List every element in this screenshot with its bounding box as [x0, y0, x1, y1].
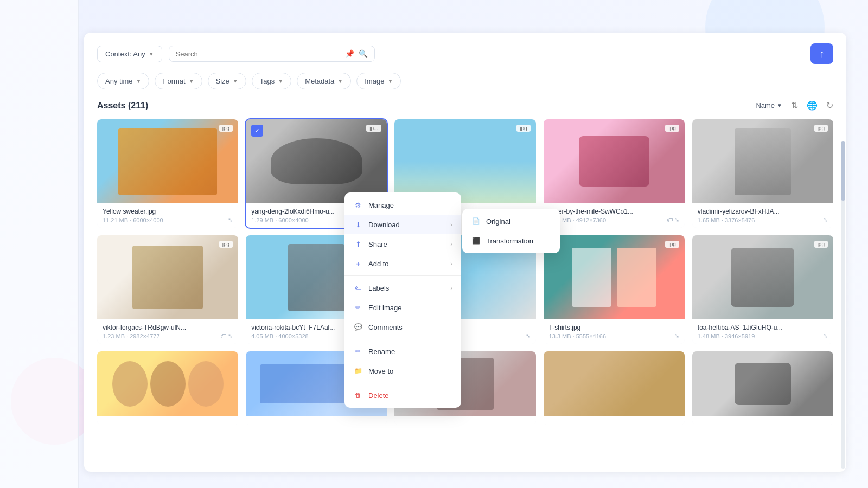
- menu-item-download[interactable]: ⬇ Download ›: [344, 215, 461, 234]
- filter-row: Any time ▼ Format ▼ Size ▼ Tags ▼ Metada…: [97, 73, 833, 89]
- search-input[interactable]: [176, 50, 341, 58]
- filter-metadata[interactable]: Metadata ▼: [297, 73, 351, 89]
- image-card[interactable]: [692, 351, 833, 425]
- menu-item-move-to[interactable]: 📁 Move to: [344, 361, 461, 381]
- card-name: T-shirts.jpg: [549, 324, 679, 331]
- arrow-right-icon: ›: [450, 285, 452, 291]
- image-card[interactable]: T-shirts.jpg 13.3 MB · 5555×4166 ⤡ jpg: [544, 235, 685, 344]
- upload-button[interactable]: ↑: [810, 43, 833, 64]
- card-name: toa-heftiba-AS_1JiGIuHQ-u...: [698, 324, 828, 331]
- download-label: Download: [368, 221, 400, 229]
- image-card[interactable]: [544, 351, 685, 425]
- pin-icon[interactable]: 📌: [345, 49, 354, 58]
- move-to-icon: 📁: [353, 366, 363, 376]
- labels-icon: 🏷: [353, 283, 363, 293]
- menu-item-comments[interactable]: 💬 Comments: [344, 317, 461, 337]
- add-to-label: Add to: [368, 260, 389, 268]
- filter-tags[interactable]: Tags ▼: [252, 73, 291, 89]
- sort-label: Name: [756, 101, 775, 110]
- arrow-right-icon: ›: [450, 260, 452, 267]
- chevron-down-icon: ▼: [136, 78, 142, 84]
- filter-size-label: Size: [216, 77, 229, 85]
- card-meta: 1.23 MB · 2982×4777 🏷 ⤡: [103, 332, 233, 339]
- rename-icon: ✏: [353, 346, 363, 356]
- card-meta: 1.65 MB · 3376×5476 ⤡: [698, 216, 828, 223]
- top-bar: Context: Any ▼ 📌 🔍 ↑: [97, 43, 833, 64]
- add-to-icon: +: [353, 259, 363, 268]
- checkbox-selected: ✓: [251, 125, 263, 137]
- original-icon: 📄: [471, 216, 481, 226]
- image-grid: Yellow sweater.jpg 11.21 MB · 6000×4000 …: [97, 119, 833, 425]
- card-type-badge: jp...: [366, 125, 381, 132]
- card-name: Yellow sweater.jpg: [103, 208, 233, 215]
- move-to-label: Move to: [368, 367, 393, 375]
- chevron-down-icon: ▼: [278, 78, 283, 84]
- menu-item-edit-image[interactable]: ✏ Edit image: [344, 298, 461, 317]
- assets-title: Assets (211): [97, 101, 148, 111]
- menu-item-share[interactable]: ⬆ Share ›: [344, 234, 461, 254]
- manage-label: Manage: [368, 201, 394, 209]
- menu-item-delete[interactable]: 🗑 Delete: [344, 386, 461, 405]
- image-card[interactable]: viktor-forgacs-TRdBgw-ulN... 1.23 MB · 2…: [97, 235, 238, 344]
- scroll-thumb[interactable]: [841, 141, 845, 201]
- card-name: viktor-forgacs-TRdBgw-ulN...: [103, 324, 233, 331]
- filter-tags-label: Tags: [260, 77, 275, 85]
- filter-format[interactable]: Format ▼: [155, 73, 202, 89]
- search-box: 📌 🔍: [169, 46, 375, 62]
- image-card[interactable]: vladimir-yelizarov-BFxHJA... 1.65 MB · 3…: [692, 119, 833, 228]
- scrollbar[interactable]: [841, 141, 845, 469]
- refresh-icon[interactable]: ↻: [826, 100, 833, 111]
- labels-label: Labels: [368, 284, 389, 292]
- submenu-item-original[interactable]: 📄 Original: [462, 211, 560, 231]
- manage-icon: ⚙: [353, 200, 363, 210]
- download-icon: ⬇: [353, 220, 363, 229]
- filter-size[interactable]: Size ▼: [208, 73, 246, 89]
- card-meta: 11.21 MB · 6000×4000 ⤡: [103, 216, 233, 223]
- card-type-badge: jpg: [814, 125, 828, 132]
- menu-item-rename[interactable]: ✏ Rename: [344, 342, 461, 361]
- edit-image-icon: ✏: [353, 303, 363, 312]
- menu-item-add-to[interactable]: + Add to ›: [344, 254, 461, 273]
- chevron-down-icon: ▼: [189, 78, 194, 84]
- comments-label: Comments: [368, 323, 403, 331]
- comments-icon: 💬: [353, 322, 363, 332]
- chevron-down-icon: ▼: [387, 78, 393, 84]
- delete-icon: 🗑: [353, 390, 363, 400]
- globe-icon[interactable]: 🌐: [807, 100, 818, 111]
- submenu-download: 📄 Original ⬛ Transformation: [462, 209, 560, 253]
- card-meta: 1.45 MB · 4912×7360 🏷 ⤡: [549, 216, 679, 223]
- filter-image[interactable]: Image ▼: [356, 73, 401, 89]
- rename-label: Rename: [368, 348, 395, 356]
- card-type-badge: jpg: [665, 241, 679, 248]
- context-menu: ⚙ Manage ⬇ Download › ⬆ Share › + Add to…: [344, 192, 461, 408]
- image-card[interactable]: wiser-by-the-mile-SwWCo1... 1.45 MB · 49…: [544, 119, 685, 228]
- chevron-down-icon: ▼: [233, 78, 238, 84]
- sort-dropdown[interactable]: Name ▼: [756, 101, 782, 110]
- menu-item-labels[interactable]: 🏷 Labels ›: [344, 278, 461, 298]
- chevron-down-icon: ▼: [149, 51, 154, 57]
- share-label: Share: [368, 240, 387, 248]
- image-card[interactable]: toa-heftiba-AS_1JiGIuHQ-u... 1.48 MB · 3…: [692, 235, 833, 344]
- card-type-badge: jpg: [219, 241, 233, 248]
- card-type-badge: jpg: [516, 125, 530, 132]
- chevron-down-icon: ▼: [337, 78, 343, 84]
- filter-image-label: Image: [365, 77, 384, 85]
- share-icon: ⬆: [353, 239, 363, 249]
- arrow-right-icon: ›: [450, 221, 452, 228]
- sort-icon[interactable]: ⇅: [791, 100, 798, 111]
- transformation-icon: ⬛: [471, 236, 481, 246]
- card-name: wiser-by-the-mile-SwWCo1...: [549, 208, 679, 215]
- card-type-badge: jpg: [219, 125, 233, 132]
- filter-format-label: Format: [163, 77, 185, 85]
- edit-image-label: Edit image: [368, 304, 401, 312]
- submenu-item-transformation[interactable]: ⬛ Transformation: [462, 231, 560, 251]
- chevron-down-icon: ▼: [777, 102, 782, 108]
- image-card[interactable]: Yellow sweater.jpg 11.21 MB · 6000×4000 …: [97, 119, 238, 228]
- image-card[interactable]: [97, 351, 238, 425]
- filter-any-time[interactable]: Any time ▼: [97, 73, 149, 89]
- menu-item-manage[interactable]: ⚙ Manage: [344, 195, 461, 215]
- context-dropdown[interactable]: Context: Any ▼: [97, 46, 162, 62]
- card-type-badge: jpg: [665, 125, 679, 132]
- filter-any-time-label: Any time: [105, 77, 133, 85]
- search-icon[interactable]: 🔍: [359, 49, 368, 58]
